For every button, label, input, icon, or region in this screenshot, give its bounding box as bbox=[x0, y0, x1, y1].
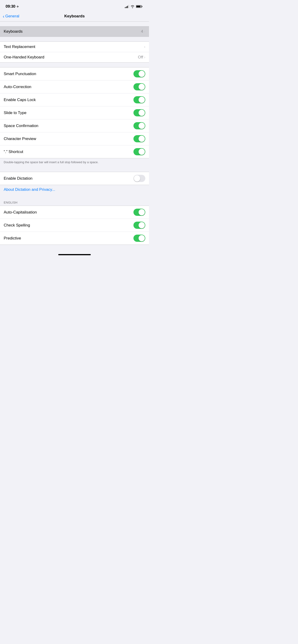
english-section: ENGLISH Auto-Capitalisation Check Spelli… bbox=[0, 199, 149, 245]
period-shortcut-label: “.” Shortcut bbox=[4, 150, 133, 154]
toggles-list: Smart Punctuation Auto-Correction Enable… bbox=[0, 67, 149, 158]
character-preview-toggle[interactable] bbox=[133, 135, 145, 142]
keyboards-item[interactable]: Keyboards 4 › bbox=[0, 26, 149, 37]
auto-capitalisation-label: Auto-Capitalisation bbox=[4, 210, 133, 215]
enable-dictation-item[interactable]: Enable Dictation bbox=[0, 172, 149, 185]
period-shortcut-item[interactable]: “.” Shortcut bbox=[0, 145, 149, 158]
battery-icon bbox=[136, 5, 143, 8]
svg-rect-1 bbox=[142, 6, 143, 7]
keyboards-count: 4 bbox=[141, 29, 143, 34]
auto-capitalisation-toggle[interactable] bbox=[133, 209, 145, 216]
character-preview-label: Character Preview bbox=[4, 136, 133, 141]
toggles-footer: Double-tapping the space bar will insert… bbox=[0, 158, 149, 167]
predictive-item[interactable]: Predictive bbox=[0, 232, 149, 244]
smart-punctuation-label: Smart Punctuation bbox=[4, 72, 133, 76]
one-handed-right: Off › bbox=[138, 55, 145, 60]
auto-capitalisation-item[interactable]: Auto-Capitalisation bbox=[0, 206, 149, 219]
one-handed-value: Off bbox=[138, 55, 143, 60]
back-chevron-icon: ‹ bbox=[3, 14, 5, 18]
auto-correction-toggle[interactable] bbox=[133, 83, 145, 90]
character-preview-item[interactable]: Character Preview bbox=[0, 132, 149, 145]
period-shortcut-toggle[interactable] bbox=[133, 148, 145, 155]
space-confirmation-item[interactable]: Space Confirmation bbox=[0, 120, 149, 132]
location-icon: ✈ bbox=[17, 5, 19, 8]
dictation-list: Enable Dictation bbox=[0, 172, 149, 185]
slide-to-type-item[interactable]: Slide to Type bbox=[0, 106, 149, 120]
caps-lock-toggle[interactable] bbox=[133, 96, 145, 104]
back-label: General bbox=[5, 14, 19, 18]
nav-header: ‹ General Keyboards bbox=[0, 12, 149, 22]
slide-to-type-toggle[interactable] bbox=[133, 109, 145, 116]
caps-lock-item[interactable]: Enable Caps Lock bbox=[0, 94, 149, 106]
one-handed-label: One-Handed Keyboard bbox=[4, 55, 138, 60]
keyboards-chevron-icon: › bbox=[144, 30, 145, 34]
one-handed-chevron-icon: › bbox=[144, 55, 145, 59]
smart-punctuation-item[interactable]: Smart Punctuation bbox=[0, 68, 149, 80]
keyboards-section: Keyboards 4 › bbox=[0, 26, 149, 37]
space-confirmation-label: Space Confirmation bbox=[4, 124, 133, 128]
text-replacement-chevron-icon: › bbox=[144, 45, 145, 49]
enable-dictation-toggle[interactable] bbox=[133, 175, 145, 182]
status-icons bbox=[125, 5, 143, 8]
status-bar: 09:30 ✈ bbox=[0, 0, 149, 12]
auto-correction-label: Auto-Correction bbox=[4, 84, 133, 89]
dictation-privacy-link[interactable]: About Dictation and Privacy... bbox=[0, 185, 149, 194]
predictive-label: Predictive bbox=[4, 236, 133, 241]
one-handed-item[interactable]: One-Handed Keyboard Off › bbox=[0, 52, 149, 62]
english-list: Auto-Capitalisation Check Spelling Predi… bbox=[0, 206, 149, 245]
page-title: Keyboards bbox=[64, 14, 85, 18]
slide-to-type-label: Slide to Type bbox=[4, 110, 133, 115]
svg-rect-2 bbox=[136, 6, 141, 8]
shortcuts-list: Text Replacement › One-Handed Keyboard O… bbox=[0, 42, 149, 62]
text-replacement-right: › bbox=[144, 45, 145, 49]
keyboards-list: Keyboards 4 › bbox=[0, 26, 149, 37]
keyboards-label: Keyboards bbox=[4, 29, 141, 34]
check-spelling-toggle[interactable] bbox=[133, 222, 145, 229]
status-time: 09:30 bbox=[6, 4, 15, 9]
home-indicator bbox=[58, 254, 91, 255]
text-replacement-item[interactable]: Text Replacement › bbox=[0, 42, 149, 52]
keyboards-right: 4 › bbox=[141, 29, 145, 34]
smart-punctuation-toggle[interactable] bbox=[133, 70, 145, 78]
back-button[interactable]: ‹ General bbox=[3, 14, 19, 18]
check-spelling-label: Check Spelling bbox=[4, 223, 133, 228]
shortcuts-section: Text Replacement › One-Handed Keyboard O… bbox=[0, 42, 149, 62]
enable-dictation-label: Enable Dictation bbox=[4, 176, 133, 181]
auto-correction-item[interactable]: Auto-Correction bbox=[0, 80, 149, 94]
space-confirmation-toggle[interactable] bbox=[133, 122, 145, 129]
signal-icon bbox=[125, 5, 129, 8]
english-header: ENGLISH bbox=[0, 199, 149, 206]
text-replacement-label: Text Replacement bbox=[4, 44, 144, 49]
wifi-icon bbox=[130, 5, 135, 8]
dictation-section: Enable Dictation About Dictation and Pri… bbox=[0, 172, 149, 194]
check-spelling-item[interactable]: Check Spelling bbox=[0, 219, 149, 232]
toggles-section: Smart Punctuation Auto-Correction Enable… bbox=[0, 67, 149, 167]
predictive-toggle[interactable] bbox=[133, 234, 145, 242]
caps-lock-label: Enable Caps Lock bbox=[4, 98, 133, 102]
